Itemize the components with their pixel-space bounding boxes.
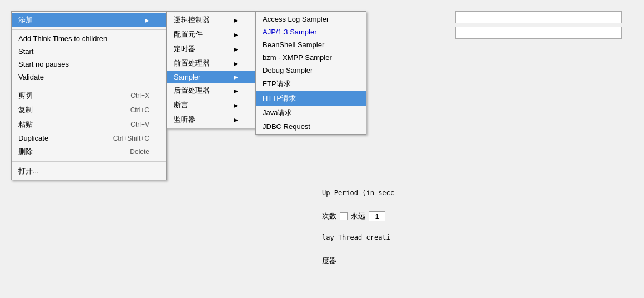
arrow-icon-lc: ▶ xyxy=(234,17,238,23)
menu-item-beanshell-sampler[interactable]: BeanShell Sampler xyxy=(256,38,366,51)
input-1[interactable] xyxy=(455,11,622,23)
menu-level1: 添加 ▶ Add Think Times to children Start S… xyxy=(11,11,167,180)
arrow-icon-postp: ▶ xyxy=(234,88,238,94)
menu-header-add[interactable]: 添加 ▶ xyxy=(12,13,166,27)
menu-item-cut[interactable]: 剪切 Ctrl+X xyxy=(12,88,166,103)
menu-item-duplicate[interactable]: Duplicate Ctrl+Shift+C xyxy=(12,132,166,145)
arrow-icon-timer: ▶ xyxy=(234,46,238,52)
menu-item-open[interactable]: 打开... xyxy=(12,164,166,178)
bg-text-2: Up Period (in secc xyxy=(322,189,394,197)
menu-item-http-request[interactable]: HTTP请求 xyxy=(256,91,366,106)
menu-item-delete[interactable]: 删除 Delete xyxy=(12,145,166,159)
separator-3 xyxy=(12,161,166,162)
menu-item-start[interactable]: Start xyxy=(12,45,166,58)
context-menu-container: 添加 ▶ Add Think Times to children Start S… xyxy=(11,11,366,180)
arrow-icon-listener: ▶ xyxy=(234,117,238,123)
separator-1 xyxy=(12,29,166,30)
menu-item-logic-controller[interactable]: 逻辑控制器 ▶ xyxy=(167,13,255,27)
menu-item-timer[interactable]: 定时器 ▶ xyxy=(167,42,255,56)
menu-item-java-request[interactable]: Java请求 xyxy=(256,106,366,120)
arrow-icon-assertion: ▶ xyxy=(234,102,238,108)
arrow-icon-pp: ▶ xyxy=(234,61,238,67)
menu-item-add-think-times[interactable]: Add Think Times to children xyxy=(12,32,166,45)
bg-text-5: 度器 xyxy=(322,256,336,266)
menu-level2: 逻辑控制器 ▶ 配置元件 ▶ 定时器 ▶ 前置处理器 ▶ Sampler ▶ 后… xyxy=(167,11,255,128)
menu-item-debug-sampler[interactable]: Debug Sampler xyxy=(256,64,366,77)
menu-item-copy[interactable]: 复制 Ctrl+C xyxy=(12,103,166,117)
menu-item-jdbc-request[interactable]: JDBC Request xyxy=(256,120,366,133)
menu-level3: Access Log Sampler AJP/1.3 Sampler BeanS… xyxy=(255,11,366,135)
bg-text-3: 次数 永远 1 xyxy=(322,211,385,221)
menu-item-sampler[interactable]: Sampler ▶ xyxy=(167,71,255,83)
menu-item-ftp-request[interactable]: FTP请求 xyxy=(256,77,366,91)
menu-item-validate[interactable]: Validate xyxy=(12,71,166,83)
form-inputs xyxy=(455,11,633,39)
menu-item-bzm-xmpp-sampler[interactable]: bzm - XMPP Sampler xyxy=(256,51,366,64)
bg-text-4: lay Thread creati xyxy=(322,234,390,241)
menu-item-ajp-sampler[interactable]: AJP/1.3 Sampler xyxy=(256,26,366,38)
menu-item-paste[interactable]: 粘贴 Ctrl+V xyxy=(12,117,166,132)
menu-item-post-processor[interactable]: 后置处理器 ▶ xyxy=(167,83,255,98)
menu-item-access-log-sampler[interactable]: Access Log Sampler xyxy=(256,13,366,26)
menu-item-pre-processor[interactable]: 前置处理器 ▶ xyxy=(167,56,255,71)
arrow-icon-ce: ▶ xyxy=(234,32,238,38)
arrow-icon: ▶ xyxy=(145,17,149,23)
separator-2 xyxy=(12,86,166,86)
input-2[interactable] xyxy=(455,27,622,39)
arrow-icon-sampler: ▶ xyxy=(234,74,238,80)
menu-item-config-element[interactable]: 配置元件 ▶ xyxy=(167,27,255,42)
menu-item-start-no-pauses[interactable]: Start no pauses xyxy=(12,58,166,71)
menu-item-assertion[interactable]: 断言 ▶ xyxy=(167,98,255,112)
menu-item-listener[interactable]: 监听器 ▶ xyxy=(167,112,255,127)
